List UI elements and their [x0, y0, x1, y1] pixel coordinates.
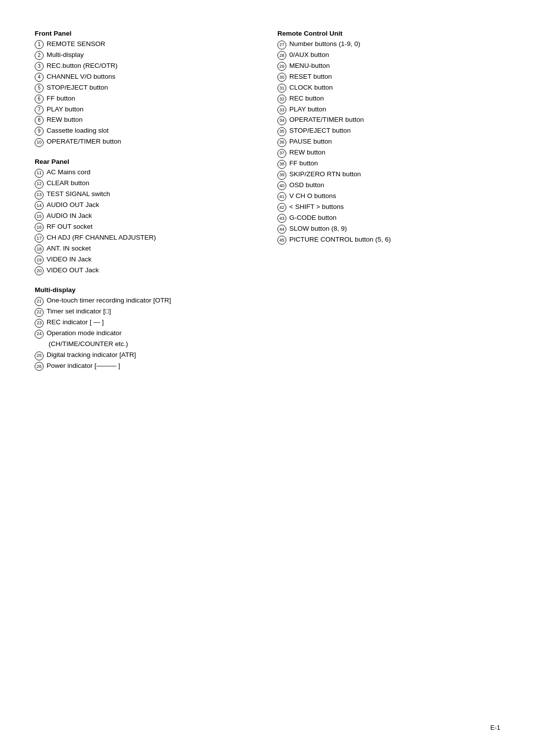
list-item: 12 CLEAR button — [35, 178, 258, 189]
item-number-11: 11 — [35, 169, 44, 178]
list-item: 2 Multi-display — [35, 50, 258, 60]
item-text-38: FF button — [289, 158, 318, 169]
item-number-7: 7 — [35, 105, 44, 114]
item-text-6: FF button — [47, 94, 75, 104]
list-item: 39 SKIP/ZERO RTN button — [277, 169, 500, 180]
list-item: 26 Power indicator [――― ] — [35, 361, 258, 371]
list-item: 5 STOP/EJECT button — [35, 83, 258, 93]
item-number-14: 14 — [35, 201, 44, 210]
list-item: 38 FF button — [277, 158, 500, 169]
page-number: E-1 — [490, 724, 500, 731]
item-number-37: 37 — [277, 149, 286, 158]
list-item: 23 REC indicator [ — ] — [35, 317, 258, 328]
item-number-19: 19 — [35, 255, 44, 264]
list-item: 27 Number buttons (1-9, 0) — [277, 39, 500, 50]
item-text-35: STOP/EJECT button — [289, 126, 351, 136]
list-item: 42 < SHIFT > buttons — [277, 202, 500, 212]
item-text-18: ANT. IN socket — [47, 244, 91, 254]
item-text-20: VIDEO OUT Jack — [47, 265, 99, 276]
item-number-42: 42 — [277, 203, 286, 212]
list-item: 28 0/AUX button — [277, 50, 500, 60]
list-item: 8 REW button — [35, 115, 258, 125]
list-item: 31 CLOCK button — [277, 83, 500, 93]
section-title-multi-display: Multi-display — [35, 286, 258, 294]
item-number-20: 20 — [35, 266, 44, 275]
list-item: 16 RF OUT socket — [35, 222, 258, 232]
item-text-3: REC.button (REC/OTR) — [47, 61, 117, 71]
item-number-10: 10 — [35, 138, 44, 147]
item-text-11: AC Mains cord — [47, 167, 91, 178]
multi-display-list: 21 One-touch timer recording indicator [… — [35, 296, 258, 371]
list-item: 29 MENU-button — [277, 61, 500, 71]
item-number-13: 13 — [35, 191, 44, 200]
item-number-43: 43 — [277, 214, 286, 223]
section-front-panel: Front Panel 1 REMOTE SENSOR 2 Multi-disp… — [35, 30, 258, 147]
item-number-25: 25 — [35, 352, 44, 360]
list-item: 36 PAUSE button — [277, 137, 500, 147]
list-item: 6 FF button — [35, 94, 258, 104]
item-text-9: Cassette loading slot — [47, 126, 108, 136]
item-text-36: PAUSE button — [289, 137, 332, 147]
item-number-12: 12 — [35, 180, 44, 189]
item-text-26: Power indicator [――― ] — [47, 361, 120, 371]
item-number-39: 39 — [277, 171, 286, 180]
item-number-44: 44 — [277, 225, 286, 234]
item-number-6: 6 — [35, 95, 44, 103]
list-item: 32 REC button — [277, 94, 500, 104]
item-number-27: 27 — [277, 41, 286, 50]
list-item: 13 TEST SIGNAL switch — [35, 189, 258, 200]
item-number-5: 5 — [35, 84, 44, 93]
item-text-1: REMOTE SENSOR — [47, 39, 106, 50]
list-item: 3 REC.button (REC/OTR) — [35, 61, 258, 71]
item-text-5: STOP/EJECT button — [47, 83, 108, 93]
item-text-45: PICTURE CONTROL button (5, 6) — [289, 235, 391, 245]
page-content: Front Panel 1 REMOTE SENSOR 2 Multi-disp… — [35, 30, 500, 382]
item-number-21: 21 — [35, 297, 44, 306]
item-text-23: REC indicator [ — ] — [47, 317, 104, 328]
item-text-21: One-touch timer recording indicator [OTR… — [47, 296, 171, 306]
list-item: 7 PLAY button — [35, 104, 258, 115]
item-text-22: Timer set indicator [□] — [47, 306, 111, 317]
item-number-9: 9 — [35, 127, 44, 136]
list-item: 1 REMOTE SENSOR — [35, 39, 258, 50]
list-item: 11 AC Mains cord — [35, 167, 258, 178]
front-panel-list: 1 REMOTE SENSOR 2 Multi-display 3 REC.bu… — [35, 39, 258, 147]
item-number-26: 26 — [35, 362, 44, 371]
item-text-16: RF OUT socket — [47, 222, 93, 232]
item-text-30: RESET button — [289, 72, 332, 82]
item-text-44: SLOW button (8, 9) — [289, 224, 347, 234]
list-item: 40 OSD button — [277, 180, 500, 191]
list-item: 35 STOP/EJECT button — [277, 126, 500, 136]
section-title-remote-control: Remote Control Unit — [277, 30, 500, 37]
item-number-29: 29 — [277, 62, 286, 71]
list-item: 30 RESET button — [277, 72, 500, 82]
item-text-8: REW button — [47, 115, 83, 125]
item-number-16: 16 — [35, 223, 44, 232]
item-text-40: OSD button — [289, 180, 324, 191]
item-text-25: Digital tracking indicator [ATR] — [47, 350, 136, 360]
item-number-2: 2 — [35, 51, 44, 60]
item-number-23: 23 — [35, 319, 44, 328]
list-item: 19 VIDEO IN Jack — [35, 254, 258, 265]
item-text-24sub: (CH/TIME/COUNTER etc.) — [49, 339, 128, 350]
item-text-15: AUDIO IN Jack — [47, 211, 92, 221]
list-item: 20 VIDEO OUT Jack — [35, 265, 258, 276]
item-text-32: REC button — [289, 94, 324, 104]
list-item: 25 Digital tracking indicator [ATR] — [35, 350, 258, 360]
item-text-4: CHANNEL V/Ο buttons — [47, 72, 115, 82]
item-number-31: 31 — [277, 84, 286, 93]
item-number-32: 32 — [277, 95, 286, 103]
section-title-rear-panel: Rear Panel — [35, 158, 258, 165]
list-item: 34 OPERATE/TIMER button — [277, 115, 500, 125]
item-number-36: 36 — [277, 138, 286, 147]
left-column: Front Panel 1 REMOTE SENSOR 2 Multi-disp… — [35, 30, 258, 382]
list-item: 21 One-touch timer recording indicator [… — [35, 296, 258, 306]
list-item: 41 V CH Ο buttons — [277, 191, 500, 202]
item-text-43: G-CODE button — [289, 213, 336, 223]
item-text-17: CH ADJ (RF CHANNEL ADJUSTER) — [47, 233, 156, 243]
list-item: 22 Timer set indicator [□] — [35, 306, 258, 317]
list-item: 37 REW button — [277, 148, 500, 158]
list-item: 10 OPERATE/TIMER button — [35, 137, 258, 147]
list-item: 15 AUDIO IN Jack — [35, 211, 258, 221]
section-remote-control: Remote Control Unit 27 Number buttons (1… — [277, 30, 500, 245]
